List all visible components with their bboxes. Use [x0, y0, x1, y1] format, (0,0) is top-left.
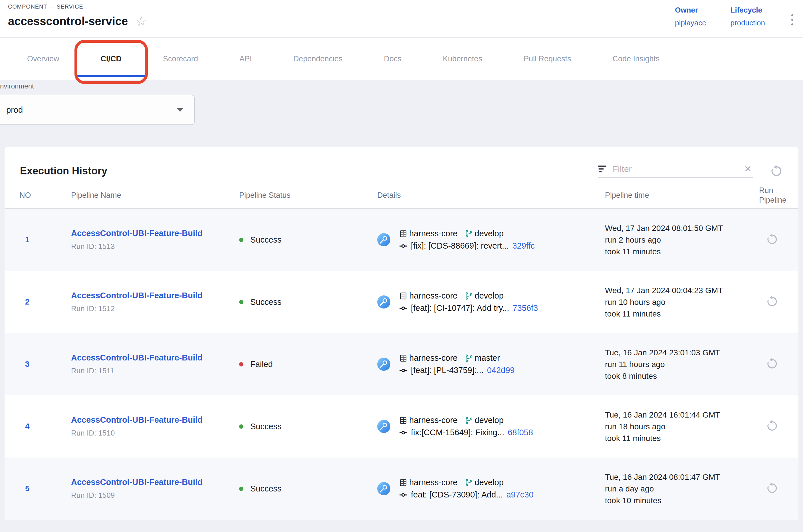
row-number: 4 — [4, 422, 66, 431]
time-absolute: Tue, 16 Jan 2024 23:01:03 GMT — [605, 347, 754, 359]
refresh-icon[interactable] — [770, 165, 783, 177]
pipeline-name-link[interactable]: AccessControl-UBI-Feature-Build — [71, 477, 203, 487]
pipeline-time-cell: Tue, 16 Jan 2024 08:01:47 GMT run a day … — [600, 471, 754, 506]
repository-icon — [399, 229, 407, 238]
run-pipeline-icon[interactable] — [766, 357, 779, 370]
pipeline-name-link[interactable]: AccessControl-UBI-Feature-Build — [71, 415, 203, 425]
more-options-kebab-icon[interactable] — [789, 13, 795, 27]
repository-name: harness-core — [409, 353, 457, 363]
branch-name: develop — [475, 478, 504, 487]
status-label: Success — [250, 422, 282, 431]
filter-input[interactable] — [612, 164, 742, 174]
time-relative: run 18 hours ago — [605, 421, 754, 432]
pipeline-name-link[interactable]: AccessControl-UBI-Feature-Build — [71, 291, 203, 300]
status-dot — [239, 424, 244, 429]
pipeline-status: Failed — [234, 360, 373, 369]
environment-selected-value: prod — [6, 105, 23, 115]
details-cell: harness-core master — [373, 353, 600, 375]
table-row: 3 AccessControl-UBI-Feature-Build Run ID… — [4, 333, 799, 395]
repository-icon — [399, 416, 407, 425]
time-absolute: Wed, 17 Jan 2024 00:04:23 GMT — [605, 285, 754, 296]
entity-header: COMPONENT — SERVICE accesscontrol-servic… — [0, 0, 803, 38]
filter-box: ✕ — [598, 164, 753, 178]
table-header-row: NO Pipeline Name Pipeline Status Details… — [4, 182, 799, 209]
pipeline-name-link[interactable]: AccessControl-UBI-Feature-Build — [71, 353, 203, 362]
pipeline-time-cell: Wed, 17 Jan 2024 00:04:23 GMT run 10 hou… — [600, 285, 754, 320]
tab-docs[interactable]: Docs — [384, 38, 402, 80]
pipeline-status: Success — [234, 484, 373, 493]
commit-hash-link[interactable]: a97c30 — [506, 490, 533, 499]
run-pipeline-icon[interactable] — [766, 233, 779, 245]
column-header-details: Details — [373, 191, 600, 200]
run-pipeline-icon[interactable] — [766, 482, 779, 494]
run-pipeline-icon[interactable] — [766, 420, 779, 432]
execution-icon — [377, 296, 390, 308]
table-row: 2 AccessControl-UBI-Feature-Build Run ID… — [4, 271, 799, 333]
commit-hash-link[interactable]: 7356f3 — [513, 303, 538, 313]
row-number: 3 — [4, 360, 66, 369]
git-branch-icon — [465, 478, 473, 487]
tab-code-insights[interactable]: Code Insights — [612, 38, 659, 80]
git-commit-icon — [399, 366, 407, 375]
filter-area: ✕ — [598, 164, 783, 178]
environment-select[interactable]: prod — [0, 95, 195, 125]
execution-icon — [377, 482, 390, 495]
run-id: Run ID: 1509 — [71, 491, 234, 500]
git-commit-icon — [399, 429, 407, 437]
run-id: Run ID: 1510 — [71, 429, 234, 438]
chevron-down-icon — [177, 108, 183, 112]
commit-hash-link[interactable]: 042d99 — [487, 366, 515, 375]
owner-value-link[interactable]: plplayacc — [675, 19, 706, 27]
status-dot — [239, 300, 244, 304]
pipeline-name-link[interactable]: AccessControl-UBI-Feature-Build — [71, 229, 203, 238]
table-row: 4 AccessControl-UBI-Feature-Build Run ID… — [4, 395, 799, 457]
tab-api[interactable]: API — [240, 38, 252, 80]
run-id: Run ID: 1512 — [71, 304, 234, 313]
time-relative: run a day ago — [605, 483, 754, 495]
tab-scorecard[interactable]: Scorecard — [163, 38, 198, 80]
time-duration: took 11 minutes — [605, 308, 754, 320]
execution-icon — [377, 233, 390, 246]
commit-hash-link[interactable]: 68f058 — [508, 428, 533, 437]
git-branch-icon — [465, 292, 473, 300]
table-body: 1 AccessControl-UBI-Feature-Build Run ID… — [4, 209, 799, 520]
git-commit-icon — [399, 491, 407, 499]
status-label: Success — [250, 235, 282, 245]
row-number: 1 — [4, 235, 66, 244]
status-dot — [239, 362, 244, 366]
repository-name: harness-core — [409, 478, 457, 487]
execution-icon — [377, 420, 390, 433]
tab-ci-cd[interactable]: CI/CD — [101, 38, 122, 80]
time-absolute: Tue, 16 Jan 2024 08:01:47 GMT — [605, 471, 754, 483]
clear-filter-icon[interactable]: ✕ — [742, 165, 753, 173]
run-id: Run ID: 1511 — [71, 366, 234, 375]
commit-message: [fix]: [CDS-88669]: revert... — [411, 241, 509, 251]
row-number: 5 — [4, 484, 66, 493]
run-pipeline-icon[interactable] — [766, 295, 779, 308]
tab-overview[interactable]: Overview — [27, 38, 59, 80]
time-relative: run 2 hours ago — [605, 234, 754, 246]
branch-name: master — [475, 353, 500, 363]
time-relative: run 11 hours ago — [605, 359, 754, 370]
owner-meta: Owner plplayacc — [675, 6, 706, 27]
entity-tabs: Overview CI/CD Scorecard API Dependencie… — [0, 38, 803, 80]
details-cell: harness-core develop — [373, 229, 600, 251]
tab-dependencies[interactable]: Dependencies — [293, 38, 343, 80]
column-header-run-pipeline: Run Pipeline — [754, 186, 799, 205]
page-title: accesscontrol-service — [8, 15, 128, 28]
commit-message: fix:[CCM-15649]: Fixing... — [411, 428, 504, 437]
commit-hash-link[interactable]: 329ffc — [512, 241, 534, 251]
time-duration: took 8 minutes — [605, 370, 754, 382]
favorite-star-icon[interactable]: ☆ — [135, 15, 147, 28]
tab-kubernetes[interactable]: Kubernetes — [443, 38, 482, 80]
commit-message: [feat]: [PL-43759]:... — [411, 366, 484, 375]
repository-icon — [399, 354, 407, 362]
repository-name: harness-core — [409, 229, 457, 238]
status-label: Success — [250, 298, 282, 307]
time-duration: took 11 minutes — [605, 246, 754, 258]
tab-pull-requests[interactable]: Pull Requests — [524, 38, 571, 80]
time-duration: took 10 minutes — [605, 495, 754, 506]
pipeline-status: Success — [234, 298, 373, 307]
entity-header-right: Owner plplayacc Lifecycle production — [675, 3, 795, 37]
section-title: Execution History — [20, 165, 107, 177]
